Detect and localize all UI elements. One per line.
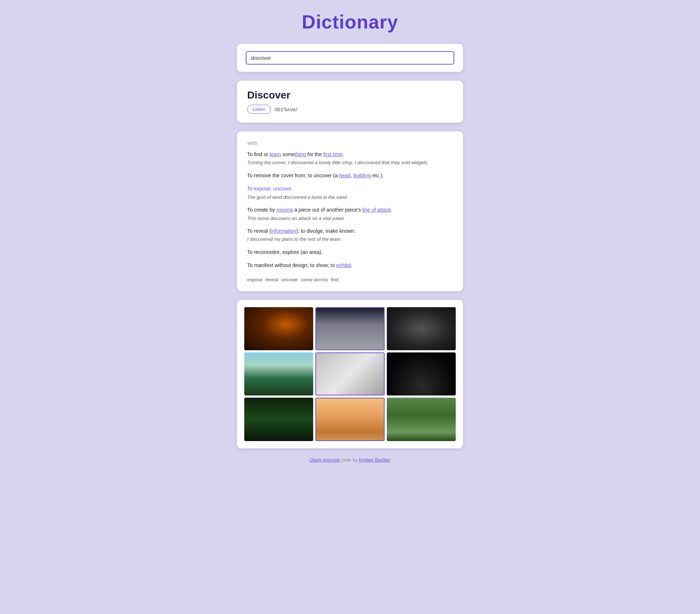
footer: Open-sourced code by Kristen Barbier [7,457,693,463]
def-link-line[interactable]: line of attack [362,207,391,213]
synonym-find[interactable]: find [331,277,338,282]
image-iceland[interactable] [387,398,456,441]
image-mountain[interactable] [244,352,313,395]
definition-7: To manifest without design; to show; to … [247,261,453,269]
synonym-uncover[interactable]: uncover [281,277,298,282]
footer-text: code by [341,457,359,463]
definition-3: To expose, uncover. The gust of wind dis… [247,185,453,201]
definition-text-6: To reconnoitre, explore (an area). [247,248,453,256]
def-link-thing[interactable]: thing [295,151,306,157]
image-desert[interactable] [315,398,384,441]
image-cave[interactable] [244,307,313,350]
definition-text-5: To reveal (information); to divulge, mak… [247,227,453,235]
synonym-reveal[interactable]: reveal [265,277,278,282]
example-text-3: The gust of wind discovered a bone in th… [247,194,453,201]
word-header-card: Discover Listen /dɪsˈkʌvə/ [237,81,463,123]
footer-author-link[interactable]: Kristen Barbier [359,457,390,463]
page-title: Dictionary [7,11,693,33]
def-link-exhibit[interactable]: exhibit [336,262,351,268]
definition-1: To find or learn something for the first… [247,150,453,166]
def-link-head[interactable]: head [339,173,350,178]
image-moon[interactable] [315,307,384,350]
search-card [237,44,463,72]
definition-4: To create by moving a piece out of anoth… [247,206,453,222]
def-link-learn[interactable]: learn [269,151,281,157]
listen-button[interactable]: Listen [247,105,271,114]
example-text-5: I discovered my plans to the rest of the… [247,236,453,243]
definitions-card: verb To find or learn something for the … [237,131,463,291]
example-text-1: Turning the corner, I discovered a lovel… [247,159,453,166]
def-link-building[interactable]: building [353,173,371,178]
definition-text-7: To manifest without design; to show; to … [247,261,453,269]
example-text-4: This move discovers an attack on a vital… [247,215,453,222]
image-dark[interactable] [387,352,456,395]
synonym-expose[interactable]: expose [247,277,262,282]
def-link-moving[interactable]: moving [276,207,293,213]
def-link-first[interactable]: first time [323,151,343,157]
images-card [237,300,463,448]
synonym-come-across[interactable]: come across [301,277,328,282]
listen-row: Listen /dɪsˈkʌvə/ [247,105,453,114]
definition-text-2: To remove the cover from; to uncover (a … [247,171,453,179]
search-input[interactable] [246,51,454,65]
definition-text-1: To find or learn something for the first… [247,150,453,158]
def-link-information[interactable]: information [271,228,296,234]
definition-text-3: To expose, uncover. [247,185,453,193]
definition-2: To remove the cover from; to uncover (a … [247,171,453,179]
image-waterfall[interactable] [244,398,313,441]
part-of-speech: verb [247,140,453,146]
footer-opensource-link[interactable]: Open-sourced [310,457,339,463]
image-cave2[interactable] [387,307,456,350]
definition-5: To reveal (information); to divulge, mak… [247,227,453,243]
definition-text-4: To create by moving a piece out of anoth… [247,206,453,214]
synonyms-row: expose reveal uncover come across find [247,275,453,282]
phonetic: /dɪsˈkʌvə/ [275,107,298,112]
image-laptop[interactable] [315,352,384,395]
word-title: Discover [247,89,453,101]
definition-6: To reconnoitre, explore (an area). [247,248,453,256]
images-grid [244,307,456,441]
